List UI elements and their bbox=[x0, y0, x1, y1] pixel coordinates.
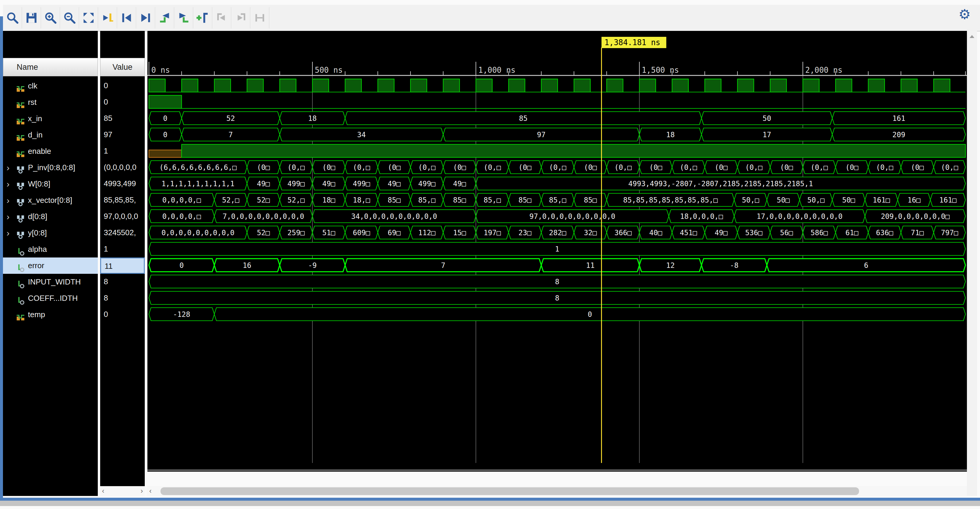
signal-value-d_in[interactable]: 97 bbox=[100, 127, 145, 143]
wave-high-segment bbox=[770, 79, 786, 92]
signal-row-COEFF...IDTH[interactable]: COEFF...IDTH bbox=[3, 290, 98, 306]
signal-value-d[0:8][interactable]: 97,0,0,0,0 bbox=[100, 208, 145, 225]
signal-value-x_in[interactable]: 85 bbox=[100, 111, 145, 127]
wave-high-segment bbox=[934, 79, 950, 92]
swap-markers-button bbox=[250, 7, 269, 29]
signal-value-INPUT_WIDTH[interactable]: 8 bbox=[100, 274, 145, 290]
signal-row-INPUT_WIDTH[interactable]: INPUT_WIDTH bbox=[3, 274, 98, 290]
wave-row-d[0:8][interactable]: 0,0,0,0,□7,0,0,0,0,0,0,0,0,034,0,0,0,0,0… bbox=[149, 210, 966, 223]
ruler-label: 500 ns bbox=[315, 66, 343, 75]
signal-row-x_vector[0:8][interactable]: ›x_vector[0:8] bbox=[3, 192, 98, 208]
next-transition-button[interactable] bbox=[136, 7, 155, 29]
signal-row-d_in[interactable]: d_in bbox=[3, 127, 98, 143]
zoom-out-button[interactable] bbox=[60, 7, 79, 29]
wave-row-rst[interactable] bbox=[149, 95, 966, 108]
wave-row-W[0:8][interactable]: 1,1,1,1,1,1,1,1,149□499□49□499□49□499□49… bbox=[149, 177, 966, 190]
bus-value-label: 50□ bbox=[777, 196, 790, 204]
signal-value-clk[interactable]: 0 bbox=[100, 78, 145, 94]
zoom-fit-button[interactable] bbox=[79, 7, 98, 29]
waveform-horizontal-scrollbar[interactable]: ‹ bbox=[147, 486, 967, 496]
expand-chevron-icon[interactable]: › bbox=[6, 176, 10, 192]
signal-value-error[interactable]: 11 bbox=[100, 257, 145, 274]
waveform-canvas[interactable]: 0 ns500 ns1,000 ns1,500 ns2,000 ns052188… bbox=[148, 31, 967, 472]
bus-value-label: (0□ bbox=[453, 163, 466, 172]
signal-value-alpha[interactable]: 1 bbox=[100, 241, 145, 257]
bus-value-label: -9 bbox=[308, 261, 317, 270]
signal-value-x_vector[0:8][interactable]: 85,85,85, bbox=[100, 192, 145, 208]
signal-value-P_inv[0:8,0:8][interactable]: (0,0,0,0,0 bbox=[100, 160, 145, 176]
scroll-right-icon[interactable]: › bbox=[141, 486, 143, 496]
next-edge-button[interactable] bbox=[174, 7, 193, 29]
bus-value-label: (0,□ bbox=[418, 163, 436, 172]
window-frame-left bbox=[0, 16, 3, 501]
bus-value-label: (0□ bbox=[649, 163, 662, 172]
wave-row-INPUT_WIDTH[interactable]: 8 bbox=[149, 275, 966, 288]
scroll-left-icon[interactable]: ‹ bbox=[149, 486, 151, 496]
vertical-scrollbar[interactable] bbox=[967, 31, 977, 496]
bus-value-label: 49□ bbox=[257, 180, 270, 188]
wave-row-error[interactable]: 016-971112-86 bbox=[149, 258, 966, 272]
wave-row-x_vector[0:8][interactable]: 0,0,0,0,□52,□52□52,□18□18,□85□85,□85□85,… bbox=[149, 193, 966, 206]
bus-value-label: 11 bbox=[586, 261, 595, 270]
signal-row-P_inv[0:8,0:8][interactable]: ›P_inv[0:8,0:8] bbox=[3, 160, 98, 176]
go-to-time-button[interactable] bbox=[98, 7, 117, 29]
bus-value-label: (0□ bbox=[388, 163, 401, 172]
expand-chevron-icon[interactable]: › bbox=[6, 208, 10, 225]
wave-row-clk[interactable] bbox=[149, 79, 966, 92]
signal-row-rst[interactable]: rst bbox=[3, 94, 98, 111]
scroll-left-icon[interactable]: ‹ bbox=[102, 486, 104, 496]
name-column-header[interactable]: Name bbox=[3, 58, 98, 76]
expand-chevron-icon[interactable]: › bbox=[6, 192, 10, 208]
wave-row-alpha[interactable]: 1 bbox=[149, 242, 966, 255]
expand-chevron-icon[interactable]: › bbox=[6, 225, 10, 241]
bus-value-label: 71□ bbox=[911, 229, 924, 237]
wave-row-P_inv[0:8,0:8][interactable]: (6,6,6,6,6,6,6,6,□(0□(0,□(0□(0,□(0□(0,□(… bbox=[149, 161, 966, 174]
wave-high-segment bbox=[705, 79, 721, 92]
signal-row-error[interactable]: error bbox=[3, 257, 98, 274]
wave-row-enable[interactable] bbox=[149, 144, 966, 157]
expand-chevron-icon[interactable]: › bbox=[6, 160, 10, 176]
signal-row-enable[interactable]: enable bbox=[3, 143, 98, 160]
add-marker-icon bbox=[196, 11, 210, 25]
signal-icon bbox=[16, 131, 25, 140]
scroll-up-icon[interactable] bbox=[970, 35, 974, 38]
scrollbar-thumb[interactable] bbox=[161, 487, 859, 495]
signal-row-W[0:8][interactable]: ›W[0:8] bbox=[3, 176, 98, 192]
bus-value-label: 636□ bbox=[876, 229, 893, 237]
bus-value-label: 451□ bbox=[680, 229, 697, 237]
wave-row-temp[interactable]: -1280 bbox=[149, 308, 966, 321]
settings-button[interactable]: ⚙ bbox=[956, 6, 973, 22]
previous-transition-button[interactable] bbox=[117, 7, 136, 29]
signal-row-x_in[interactable]: x_in bbox=[3, 111, 98, 127]
signal-row-d[0:8][interactable]: ›d[0:8] bbox=[3, 208, 98, 225]
previous-edge-button[interactable] bbox=[155, 7, 174, 29]
wave-row-COEFF...IDTH[interactable]: 8 bbox=[149, 291, 966, 304]
signal-row-clk[interactable]: clk bbox=[3, 78, 98, 94]
wave-row-d_in[interactable]: 0734971817209 bbox=[149, 128, 966, 141]
signal-row-alpha[interactable]: alpha bbox=[3, 241, 98, 257]
signal-value-W[0:8][interactable]: 4993,499 bbox=[100, 176, 145, 192]
bus-value-label: (0□ bbox=[845, 163, 858, 172]
signal-row-y[0:8][interactable]: ›y[0:8] bbox=[3, 225, 98, 241]
wave-row-y[0:8][interactable]: 0,0,0,0,0,0,0,0,052□259□51□609□69□112□15… bbox=[149, 226, 966, 239]
save-button[interactable] bbox=[22, 7, 41, 29]
bus-value-label: (0□ bbox=[911, 163, 924, 172]
value-column-header[interactable]: Value bbox=[100, 58, 145, 76]
signal-value-y[0:8][interactable]: 3245502, bbox=[100, 225, 145, 241]
signal-value-COEFF...IDTH[interactable]: 8 bbox=[100, 290, 145, 306]
bus-value-label: 797□ bbox=[941, 229, 958, 237]
zoom-in-button[interactable] bbox=[41, 7, 60, 29]
find-button[interactable] bbox=[3, 7, 22, 29]
value-column-scrollbar[interactable]: ‹ › bbox=[100, 486, 145, 496]
add-marker-button[interactable] bbox=[193, 7, 212, 29]
bus-value-label: 12 bbox=[666, 261, 675, 270]
wave-row-x_in[interactable]: 052188550161 bbox=[149, 112, 966, 125]
bus-value-label: (0,□ bbox=[549, 163, 566, 172]
bus-value-label: 259□ bbox=[288, 229, 305, 237]
signal-name: error bbox=[28, 257, 44, 274]
signal-value-rst[interactable]: 0 bbox=[100, 94, 145, 111]
signal-value-temp[interactable]: 0 bbox=[100, 306, 145, 323]
signal-value-enable[interactable]: 1 bbox=[100, 143, 145, 160]
bus-value-label: 209,0,0,0,0,0,0□ bbox=[881, 212, 950, 220]
signal-row-temp[interactable]: temp bbox=[3, 306, 98, 323]
